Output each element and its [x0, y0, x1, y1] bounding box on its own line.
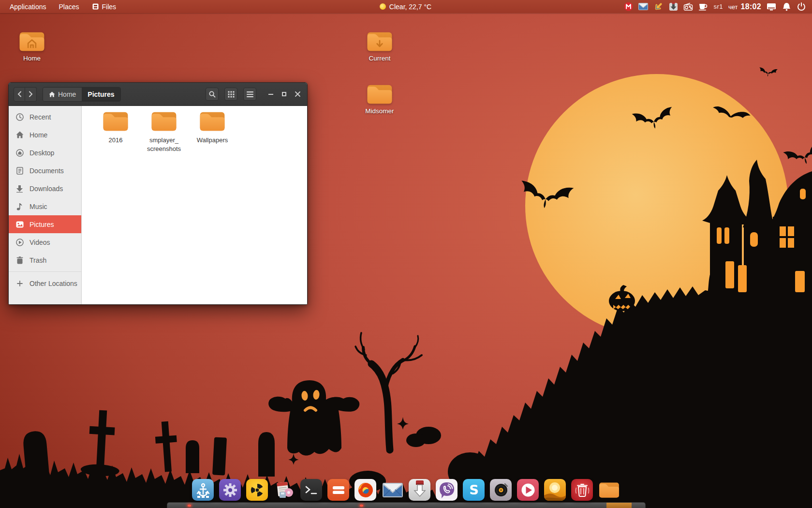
equals-bars-icon — [332, 485, 345, 495]
close-button[interactable] — [294, 90, 301, 98]
videos-play-icon — [15, 238, 24, 246]
plus-icon — [15, 279, 24, 287]
dock-item-menu-editor[interactable] — [327, 479, 349, 501]
desktop-icon-label: Home — [12, 55, 52, 62]
sunset-icon — [544, 479, 566, 501]
sidebar-item-other-locations[interactable]: Other Locations — [9, 274, 81, 292]
desktop-icon-label: Current — [359, 55, 400, 62]
sidebar-item-recent[interactable]: Recent — [9, 108, 81, 126]
trash-icon — [15, 256, 24, 264]
dock-item-firefox[interactable] — [354, 479, 376, 501]
sidebar-item-music[interactable]: Music — [9, 197, 81, 215]
breadcrumb-home[interactable]: Home — [43, 88, 82, 101]
dock-item-package-installer[interactable] — [273, 479, 295, 501]
menu-files[interactable]: Files — [87, 1, 121, 12]
software-box-icon — [274, 479, 295, 501]
folder-wallpapers[interactable]: Wallpapers — [188, 109, 236, 145]
sidebar-item-label: Other Locations — [30, 280, 77, 287]
file-label: smplayer_​screenshots — [140, 136, 188, 153]
file-label: Wallpapers — [188, 136, 236, 145]
recent-clock-icon — [15, 113, 24, 121]
dock-item-photos[interactable] — [544, 479, 566, 501]
folder-2016[interactable]: 2016 — [91, 109, 140, 145]
desktop: Applications Places Files Clear, 22,7 °C — [0, 0, 812, 508]
download-arrow-icon[interactable] — [653, 2, 663, 12]
sidebar-item-home[interactable]: Home — [9, 126, 81, 144]
sidebar-item-label: Home — [30, 131, 47, 139]
folder-smplayer-screenshots[interactable]: smplayer_​screenshots — [140, 109, 188, 153]
display-icon[interactable] — [767, 2, 776, 12]
menu-places[interactable]: Places — [54, 1, 84, 12]
mail-tray-icon[interactable] — [638, 2, 648, 12]
breadcrumb-current-label: Pictures — [88, 90, 114, 98]
minimize-button[interactable] — [267, 90, 274, 98]
breadcrumb-home-label: Home — [58, 90, 76, 98]
clock[interactable]: чет 18:02 — [728, 2, 761, 11]
search-icon — [209, 91, 216, 98]
back-button[interactable] — [14, 87, 25, 102]
file-list: 2016 smplayer_​screenshots Wallpapers — [82, 106, 307, 305]
dock-shelf — [167, 502, 646, 508]
dock-item-music-player[interactable] — [490, 479, 512, 501]
breadcrumb-current[interactable]: Pictures — [82, 88, 120, 101]
sidebar-item-pictures[interactable]: Pictures — [9, 215, 81, 233]
power-icon[interactable] — [797, 2, 806, 12]
dock-item-viber[interactable] — [436, 479, 458, 501]
sidebar-item-videos[interactable]: Videos — [9, 233, 81, 251]
desktop-icon-home[interactable]: Home — [12, 30, 52, 62]
desktop-icon-current[interactable]: Current — [359, 30, 400, 62]
home-icon — [15, 131, 24, 139]
dock: S — [0, 479, 812, 501]
sidebar-item-documents[interactable]: Documents — [9, 162, 81, 179]
anchor-icon — [196, 482, 210, 498]
dock-item-terminal[interactable] — [300, 479, 322, 501]
torrent-tray-icon[interactable] — [668, 2, 678, 12]
play-circle-icon — [520, 482, 536, 498]
forward-button[interactable] — [25, 87, 37, 102]
sidebar-separator — [9, 271, 81, 272]
home-icon — [49, 91, 55, 97]
radio-icon[interactable] — [683, 2, 693, 12]
gear-icon — [223, 483, 237, 497]
mega-icon[interactable] — [623, 2, 633, 12]
skype-s-icon: S — [467, 482, 481, 498]
sidebar-item-label: Music — [30, 203, 47, 210]
dock-item-video-player[interactable] — [517, 479, 539, 501]
dock-item-settings[interactable] — [219, 479, 241, 501]
sidebar: Recent Home Desktop Documents Downloads — [9, 106, 82, 305]
sidebar-item-downloads[interactable]: Downloads — [9, 179, 81, 197]
desktop-icon — [15, 149, 24, 157]
notifications-bell-icon[interactable] — [782, 2, 791, 12]
files-window-icon — [92, 3, 99, 10]
file-label: 2016 — [91, 136, 140, 145]
clock-weekday: чет — [728, 3, 738, 11]
maximize-button[interactable] — [281, 90, 288, 98]
weather-indicator[interactable]: Clear, 22,7 °C — [380, 3, 431, 11]
weather-sun-icon — [380, 3, 386, 10]
sidebar-item-trash[interactable]: Trash — [9, 251, 81, 269]
menu-applications[interactable]: Applications — [5, 1, 51, 12]
file-manager-window: Home Pictures — [8, 82, 308, 305]
minimize-icon — [268, 94, 273, 95]
desktop-icon-midsomer[interactable]: Midsomer — [359, 83, 400, 115]
firefox-icon — [357, 482, 374, 498]
dock-item-mail[interactable] — [382, 479, 403, 501]
dock-item-anchor[interactable] — [192, 479, 214, 501]
sidebar-item-label: Pictures — [30, 221, 54, 228]
keyboard-layout-indicator[interactable]: sr1 — [713, 3, 723, 10]
dock-item-burner[interactable] — [246, 479, 268, 501]
search-button[interactable] — [206, 88, 219, 101]
hamburger-icon — [247, 91, 253, 97]
menu-button[interactable] — [243, 88, 256, 101]
breadcrumb: Home Pictures — [43, 87, 121, 102]
coffee-icon[interactable] — [698, 2, 708, 12]
dock-item-uninstaller[interactable] — [571, 479, 593, 501]
grid-view-button[interactable] — [224, 88, 237, 101]
dock-item-torrent[interactable] — [409, 479, 430, 501]
grid-icon — [228, 91, 235, 98]
dock-item-file-manager[interactable] — [598, 479, 620, 501]
torrent-down-arrow-icon — [411, 480, 428, 500]
sidebar-item-desktop[interactable]: Desktop — [9, 144, 81, 162]
dock-item-skype[interactable]: S — [463, 479, 485, 501]
desktop-icon-label: Midsomer — [359, 107, 400, 115]
